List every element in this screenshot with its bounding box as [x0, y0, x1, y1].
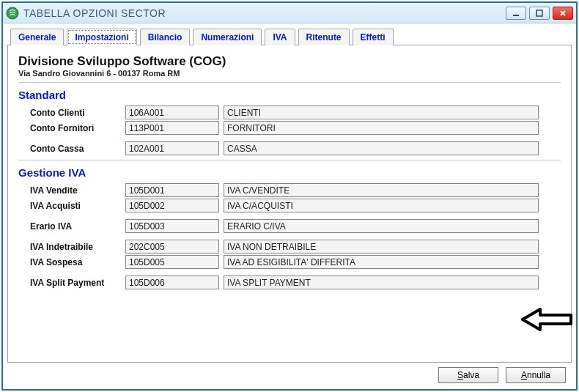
footer: Salva Annulla	[7, 363, 572, 385]
tab-effetti[interactable]: Effetti	[353, 29, 394, 45]
svg-marker-3	[523, 309, 571, 330]
input-iva-split-payment-desc[interactable]	[224, 275, 539, 289]
titlebar[interactable]: TABELLA OPZIONI SECTOR	[3, 3, 576, 23]
input-iva-indetraibile-desc[interactable]	[224, 240, 539, 254]
tab-bilancio[interactable]: Bilancio	[140, 29, 191, 45]
label-iva-sospesa: IVA Sospesa	[30, 257, 125, 267]
cancel-button[interactable]: Annulla	[506, 367, 566, 383]
content: Generale Impostazioni Bilancio Numerazio…	[3, 23, 576, 389]
tab-iva[interactable]: IVA	[265, 29, 295, 45]
input-iva-split-payment-code[interactable]	[125, 275, 219, 289]
maximize-button[interactable]	[529, 7, 550, 20]
tab-numerazioni[interactable]: Numerazioni	[193, 29, 262, 45]
label-erario-iva: Erario IVA	[30, 221, 125, 232]
org-title: Divisione Sviluppo Software (COG)	[18, 54, 561, 69]
label-iva-split-payment: IVA Split Payment	[30, 278, 125, 288]
divider	[18, 82, 561, 83]
section-title-iva: Gestione IVA	[18, 166, 561, 179]
tab-panel: Divisione Sviluppo Software (COG) Via Sa…	[7, 45, 572, 363]
input-iva-acquisti-code[interactable]	[125, 199, 219, 212]
row-conto-cassa: Conto Cassa	[18, 141, 561, 155]
input-conto-fornitori-code[interactable]	[125, 121, 219, 135]
svg-point-0	[7, 7, 18, 19]
minimize-button[interactable]	[506, 7, 526, 20]
input-iva-indetraibile-code[interactable]	[125, 240, 219, 254]
row-iva-indetraibile: IVA Indetraibile	[18, 240, 561, 254]
tab-ritenute[interactable]: Ritenute	[298, 29, 350, 45]
tab-generale[interactable]: Generale	[10, 29, 64, 45]
input-iva-vendite-code[interactable]	[125, 183, 219, 197]
arrow-annotation-icon	[521, 306, 574, 333]
window-title: TABELLA OPZIONI SECTOR	[23, 7, 506, 19]
row-iva-vendite: IVA Vendite	[18, 183, 561, 197]
app-icon	[6, 7, 19, 20]
tab-bar: Generale Impostazioni Bilancio Numerazio…	[7, 28, 572, 45]
row-iva-acquisti: IVA Acquisti	[18, 199, 561, 212]
label-iva-indetraibile: IVA Indetraibile	[30, 242, 125, 252]
save-button[interactable]: Salva	[438, 367, 498, 383]
label-conto-cassa: Conto Cassa	[30, 144, 125, 154]
input-conto-clienti-desc[interactable]	[224, 106, 539, 119]
input-conto-clienti-code[interactable]	[125, 106, 219, 119]
row-iva-split-payment: IVA Split Payment	[18, 275, 561, 289]
input-iva-vendite-desc[interactable]	[224, 183, 539, 197]
row-iva-sospesa: IVA Sospesa	[18, 255, 561, 269]
close-button[interactable]	[553, 7, 573, 20]
input-iva-sospesa-code[interactable]	[125, 255, 219, 269]
input-iva-acquisti-desc[interactable]	[224, 199, 539, 212]
label-conto-clienti: Conto Clienti	[30, 108, 125, 118]
input-conto-cassa-desc[interactable]	[224, 141, 539, 155]
row-conto-fornitori: Conto Fornitori	[18, 121, 561, 135]
svg-rect-2	[536, 10, 542, 16]
org-address: Via Sandro Giovannini 6 - 00137 Roma RM	[18, 69, 561, 78]
input-conto-cassa-code[interactable]	[125, 141, 219, 155]
input-erario-iva-desc[interactable]	[224, 219, 539, 233]
input-conto-fornitori-desc[interactable]	[224, 121, 539, 135]
svg-rect-1	[513, 15, 519, 16]
row-erario-iva: Erario IVA	[18, 219, 561, 233]
input-iva-sospesa-desc[interactable]	[224, 255, 539, 269]
tab-impostazioni[interactable]: Impostazioni	[67, 29, 136, 45]
section-title-standard: Standard	[18, 89, 561, 101]
label-conto-fornitori: Conto Fornitori	[30, 123, 125, 133]
input-erario-iva-code[interactable]	[125, 219, 219, 233]
app-window: TABELLA OPZIONI SECTOR Generale Impostaz…	[1, 1, 578, 391]
row-conto-clienti: Conto Clienti	[18, 106, 561, 119]
divider	[18, 160, 561, 160]
label-iva-vendite: IVA Vendite	[30, 185, 125, 196]
label-iva-acquisti: IVA Acquisti	[30, 201, 125, 211]
